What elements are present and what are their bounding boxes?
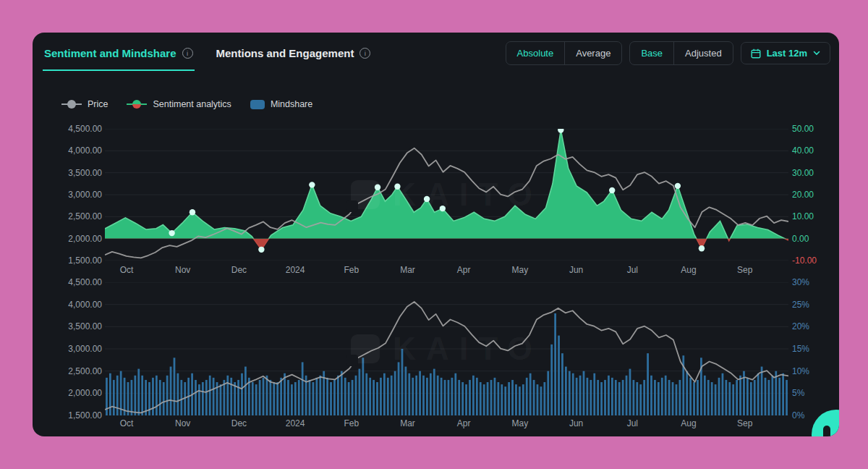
top-chart-left-axis: 4,500.004,000.003,500.003,000.002,500.00… (60, 129, 102, 261)
x-axis-month-label: Jun (569, 418, 583, 428)
date-range-picker[interactable]: Last 12m (741, 42, 830, 64)
x-axis-month-label: Apr (457, 418, 471, 428)
axis-tick-label: 20% (792, 321, 809, 331)
absolute-option[interactable]: Absolute (506, 42, 565, 64)
axis-tick-label: 50.00 (792, 124, 814, 134)
axis-tick-label: 3,000.00 (68, 190, 102, 200)
chevron-down-icon (813, 51, 820, 56)
x-axis-month-label: Feb (344, 265, 359, 275)
axis-tick-label: 2,500.00 (68, 211, 102, 221)
axis-tick-label: 2,000.00 (68, 234, 102, 244)
x-axis-month-label: Sep (737, 418, 752, 428)
axis-tick-label: 25% (792, 300, 809, 310)
legend-item-mindshare[interactable]: Mindshare (250, 99, 312, 109)
x-axis-month-label: Sep (737, 265, 752, 275)
x-axis-month-label: Feb (344, 418, 359, 428)
info-icon[interactable]: i (359, 48, 370, 59)
axis-tick-label: 2,000.00 (68, 388, 102, 398)
tab-label: Mentions and Engagement (216, 47, 354, 59)
axis-tick-label: 10.00 (792, 211, 814, 221)
axis-tick-label: 30% (792, 277, 809, 287)
x-axis-month-label: Aug (681, 265, 696, 275)
tab-mentions-and-engagement[interactable]: Mentions and Engagement i (215, 41, 373, 71)
axis-tick-label: -10.00 (792, 255, 817, 266)
axis-tick-label: 40.00 (792, 145, 814, 156)
bottom-chart-left-axis: 4,500.004,000.003,500.003,000.002,500.00… (60, 282, 102, 415)
chat-widget-glyph-icon (823, 426, 830, 436)
absolute-average-toggle: Absolute Average (506, 41, 623, 65)
axis-tick-label: 4,500.00 (68, 124, 102, 134)
x-axis-month-label: May (512, 265, 529, 275)
axis-tick-label: 10% (792, 366, 809, 376)
axis-tick-label: 20.00 (792, 190, 814, 200)
x-axis-month-label: Apr (457, 265, 471, 275)
x-axis-month-label: Aug (681, 418, 696, 428)
average-option[interactable]: Average (564, 42, 621, 64)
top-chart-right-axis: 50.0040.0030.0020.0010.000.00-10.00 (792, 129, 834, 261)
top-chart-x-axis: OctNovDec2024FebMarAprMayJunJulAugSep (105, 265, 788, 276)
x-axis-month-label: Jul (627, 265, 638, 275)
adjusted-option[interactable]: Adjusted (673, 42, 733, 64)
axis-tick-label: 3,000.00 (68, 344, 102, 354)
chart-controls: Absolute Average Base Adjusted Last 12m (506, 41, 830, 65)
analytics-card: Sentiment and Mindshare i Mentions and E… (33, 33, 839, 436)
x-axis-month-label: Mar (400, 265, 415, 275)
axis-tick-label: 1,500.00 (68, 255, 102, 266)
x-axis-month-label: Nov (175, 418, 190, 428)
axis-tick-label: 15% (792, 344, 809, 354)
base-option[interactable]: Base (630, 42, 673, 64)
legend-label: Price (88, 99, 108, 109)
top-chart-plot[interactable]: KAITO (105, 129, 788, 261)
x-axis-month-label: Jun (569, 265, 583, 275)
axis-tick-label: 1,500.00 (68, 410, 102, 421)
bottom-chart-right-axis: 30%25%20%15%10%5%0% (792, 282, 834, 415)
legend-label: Mindshare (271, 99, 312, 109)
card-header: Sentiment and Mindshare i Mentions and E… (43, 41, 830, 71)
axis-tick-label: 4,000.00 (68, 300, 102, 310)
chart-legend: Price Sentiment analytics Mindshare (61, 99, 312, 109)
axis-tick-label: 0.00 (792, 234, 809, 244)
price-series-icon (61, 101, 82, 108)
sentiment-series-icon (127, 100, 147, 109)
axis-tick-label: 3,500.00 (68, 168, 102, 178)
axis-tick-label: 0% (792, 410, 804, 421)
x-axis-month-label: Dec (231, 265, 247, 275)
bottom-chart-x-axis: OctNovDec2024FebMarAprMayJunJulAugSep (105, 418, 788, 430)
date-range-label: Last 12m (767, 48, 807, 59)
base-adjusted-toggle: Base Adjusted (629, 41, 733, 65)
axis-tick-label: 3,500.00 (68, 321, 102, 331)
x-axis-month-label: Oct (120, 265, 134, 275)
legend-label: Sentiment analytics (153, 99, 231, 109)
x-axis-month-label: Jul (627, 418, 638, 428)
axis-tick-label: 2,500.00 (68, 366, 102, 376)
x-axis-month-label: Oct (120, 418, 134, 428)
x-axis-month-label: 2024 (286, 418, 305, 428)
axis-tick-label: 5% (792, 388, 804, 398)
info-icon[interactable]: i (182, 48, 193, 59)
tab-bar: Sentiment and Mindshare i Mentions and E… (43, 41, 372, 71)
x-axis-month-label: May (512, 418, 529, 428)
calendar-icon (751, 48, 761, 59)
axis-tick-label: 30.00 (792, 168, 814, 178)
x-axis-month-label: Dec (231, 418, 247, 428)
x-axis-month-label: 2024 (286, 265, 305, 275)
x-axis-month-label: Mar (400, 418, 415, 428)
bottom-chart-plot[interactable]: KAITO (105, 282, 788, 415)
tab-label: Sentiment and Mindshare (44, 47, 176, 59)
x-axis-month-label: Nov (175, 265, 190, 275)
axis-tick-label: 4,500.00 (68, 277, 102, 287)
mindshare-series-icon (250, 100, 265, 109)
tab-sentiment-and-mindshare[interactable]: Sentiment and Mindshare i (43, 41, 195, 71)
legend-item-price[interactable]: Price (61, 99, 108, 109)
axis-tick-label: 4,000.00 (68, 145, 102, 156)
legend-item-sentiment[interactable]: Sentiment analytics (127, 99, 231, 109)
